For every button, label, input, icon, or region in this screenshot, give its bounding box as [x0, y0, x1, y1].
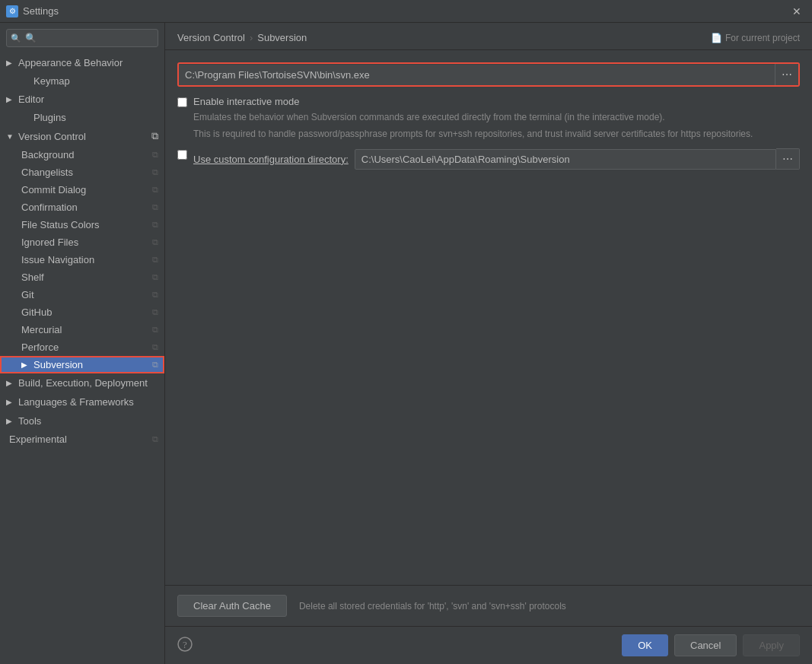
help-button[interactable]: ?: [177, 637, 193, 654]
sidebar-item-label: Issue Navigation: [21, 254, 94, 265]
custom-config-path-input[interactable]: [355, 149, 776, 170]
sidebar-item-perforce[interactable]: Perforce ⧉: [0, 338, 164, 356]
enable-interactive-mode-label[interactable]: Enable interactive mode: [193, 96, 299, 107]
svn-path-row: ⋯: [177, 62, 800, 87]
sidebar-item-editor[interactable]: ▶ Editor: [0, 90, 164, 109]
sidebar-item-changelists[interactable]: Changelists ⧉: [0, 164, 164, 181]
sidebar-item-keymap[interactable]: Keymap: [0, 72, 164, 90]
sidebar-item-plugins[interactable]: Plugins: [0, 109, 164, 126]
enable-interactive-mode-row: Enable interactive mode Emulates the beh…: [177, 96, 800, 141]
sidebar-item-mercurial[interactable]: Mercurial ⧉: [0, 321, 164, 338]
custom-config-browse-button[interactable]: ⋯: [776, 148, 800, 170]
page-icon: 📄: [711, 33, 722, 43]
main-layout: 🔍 ▶ Appearance & Behavior Keymap ▶ Edito…: [0, 23, 812, 664]
custom-config-row: Use custom configuration directory: ⋯: [177, 148, 800, 170]
sidebar-item-label: Appearance & Behavior: [18, 57, 123, 68]
sidebar-item-languages[interactable]: ▶ Languages & Frameworks: [0, 392, 164, 411]
sidebar-item-label: Changelists: [21, 167, 73, 178]
copy-icon: ⧉: [152, 434, 158, 444]
enable-interactive-mode-desc2: This is required to handle password/pass…: [193, 127, 753, 141]
help-icon: ?: [177, 637, 193, 652]
sidebar-item-build[interactable]: ▶ Build, Execution, Deployment: [0, 373, 164, 392]
chevron-right-icon: ▶: [21, 361, 30, 369]
sidebar-item-label: Experimental: [9, 434, 67, 445]
chevron-right-icon: ▶: [6, 379, 15, 387]
custom-config-label[interactable]: Use custom configuration directory:: [193, 154, 349, 165]
chevron-right-icon: ▶: [6, 59, 15, 67]
footer: ? OK Cancel Apply: [165, 626, 812, 664]
chevron-right-icon: ▶: [6, 417, 15, 425]
sidebar-item-label: Subversion: [33, 359, 83, 370]
for-project-label: For current project: [725, 33, 800, 43]
clear-auth-cache-button[interactable]: Clear Auth Cache: [177, 595, 287, 617]
sidebar-item-github[interactable]: GitHub ⧉: [0, 303, 164, 321]
sidebar-item-experimental[interactable]: Experimental ⧉: [0, 430, 164, 448]
sidebar-item-shelf[interactable]: Shelf ⧉: [0, 268, 164, 286]
sidebar-item-label: Build, Execution, Deployment: [18, 377, 148, 389]
breadcrumb-separator: ›: [250, 32, 253, 43]
for-current-project-link[interactable]: 📄 For current project: [711, 33, 800, 43]
copy-icon: ⧉: [152, 220, 158, 230]
sidebar-item-label: File Status Colors: [21, 219, 100, 230]
content-header: Version Control › Subversion 📄 For curre…: [165, 23, 812, 50]
app-icon: ⚙: [6, 5, 18, 17]
chevron-right-icon: ▶: [6, 398, 15, 406]
ok-button[interactable]: OK: [622, 634, 668, 656]
sidebar-item-appearance[interactable]: ▶ Appearance & Behavior: [0, 53, 164, 72]
copy-icon: ⧉: [152, 255, 158, 265]
search-input[interactable]: [6, 29, 158, 47]
sidebar-item-git[interactable]: Git ⧉: [0, 286, 164, 303]
copy-icon: ⧉: [152, 342, 158, 352]
sidebar-item-tools[interactable]: ▶ Tools: [0, 411, 164, 430]
enable-interactive-mode-checkbox[interactable]: [177, 97, 187, 107]
sidebar-item-label: Editor: [18, 94, 44, 105]
close-button[interactable]: ✕: [788, 4, 806, 19]
content-area: Version Control › Subversion 📄 For curre…: [165, 23, 812, 664]
title-bar: ⚙ Settings ✕: [0, 0, 812, 23]
breadcrumb-subversion: Subversion: [257, 32, 307, 43]
svg-text:?: ?: [183, 639, 187, 650]
content-body: ⋯ Enable interactive mode Emulates the b…: [165, 50, 812, 585]
sidebar-item-label: Keymap: [33, 75, 70, 87]
sidebar-item-label: Perforce: [21, 342, 59, 353]
sidebar-item-label: Version Control: [18, 131, 86, 142]
copy-icon: ⧉: [152, 360, 158, 370]
clear-auth-cache-desc: Delete all stored credentials for 'http'…: [299, 601, 566, 612]
copy-icon: ⧉: [151, 130, 158, 142]
search-box[interactable]: 🔍: [6, 29, 158, 47]
sidebar-item-subversion[interactable]: ▶ Subversion ⧉: [0, 356, 164, 373]
bottom-bar: Clear Auth Cache Delete all stored crede…: [165, 585, 812, 626]
copy-icon: ⧉: [152, 325, 158, 335]
cancel-button[interactable]: Cancel: [674, 634, 737, 656]
title-bar-text: Settings: [23, 5, 788, 17]
sidebar-item-label: Git: [21, 289, 34, 300]
sidebar-item-label: Tools: [18, 415, 41, 427]
sidebar-item-label: Commit Dialog: [21, 184, 86, 195]
sidebar-item-label: Ignored Files: [21, 237, 78, 248]
breadcrumb-version-control: Version Control: [177, 32, 245, 43]
svn-path-browse-button[interactable]: ⋯: [775, 64, 798, 85]
copy-icon: ⧉: [152, 167, 158, 177]
sidebar-item-commit-dialog[interactable]: Commit Dialog ⧉: [0, 181, 164, 199]
copy-icon: ⧉: [152, 185, 158, 195]
sidebar-item-label: Shelf: [21, 272, 44, 283]
copy-icon: ⧉: [152, 307, 158, 317]
sidebar-item-label: Background: [21, 149, 74, 160]
sidebar-item-confirmation[interactable]: Confirmation ⧉: [0, 199, 164, 216]
apply-button[interactable]: Apply: [743, 634, 800, 656]
chevron-right-icon: ▶: [6, 95, 15, 103]
sidebar-item-label: Confirmation: [21, 202, 78, 213]
svn-path-input[interactable]: [179, 65, 775, 85]
sidebar-item-file-status-colors[interactable]: File Status Colors ⧉: [0, 216, 164, 234]
sidebar-item-background[interactable]: Background ⧉: [0, 146, 164, 164]
sidebar: 🔍 ▶ Appearance & Behavior Keymap ▶ Edito…: [0, 23, 165, 664]
sidebar-item-issue-navigation[interactable]: Issue Navigation ⧉: [0, 251, 164, 268]
copy-icon: ⧉: [152, 272, 158, 282]
copy-icon: ⧉: [152, 150, 158, 160]
custom-config-checkbox[interactable]: [177, 150, 187, 160]
sidebar-item-label: Mercurial: [21, 324, 62, 335]
copy-icon: ⧉: [152, 290, 158, 300]
search-icon: 🔍: [11, 33, 21, 43]
sidebar-item-ignored-files[interactable]: Ignored Files ⧉: [0, 234, 164, 251]
sidebar-item-version-control[interactable]: ▼ Version Control ⧉: [0, 126, 164, 146]
